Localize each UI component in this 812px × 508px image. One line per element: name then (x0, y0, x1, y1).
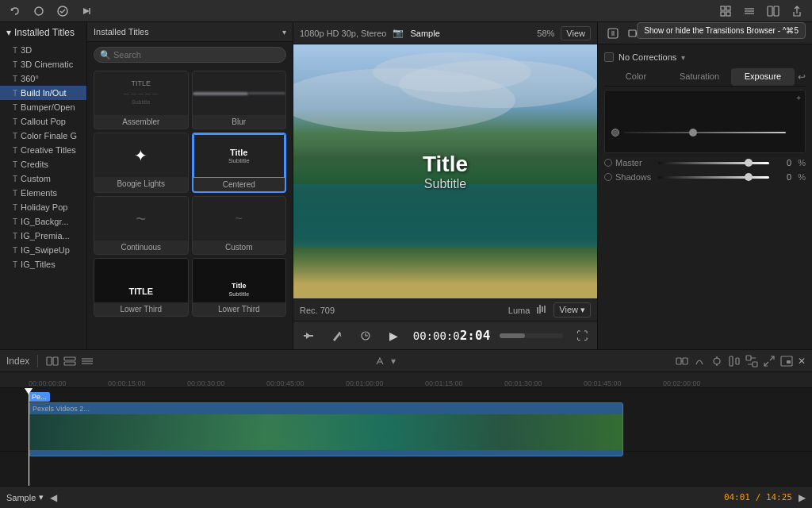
prev-button[interactable]: ◀ (50, 492, 57, 503)
color-reset-button[interactable]: ↩ (798, 68, 806, 86)
thumb-boogie-lights[interactable]: ✦ Boogie Lights (94, 133, 189, 193)
tab-saturation[interactable]: Saturation (668, 68, 731, 86)
thumb-blur[interactable]: Blur (192, 71, 287, 129)
share-button[interactable] (788, 2, 806, 20)
slider-handle-1[interactable] (689, 129, 697, 137)
thumb-lower-third-2[interactable]: TitleSubtitle Lower Third (192, 258, 287, 317)
timeline-clip-connections-button[interactable] (745, 355, 758, 368)
sidebar-item-creative-titles[interactable]: T Creative Titles (0, 143, 86, 157)
title-icon-ig-titles: T (13, 260, 17, 269)
playhead[interactable] (29, 388, 29, 486)
sidebar-item-3d-cinematic[interactable]: T 3D Cinematic (0, 57, 86, 71)
video-main-title: Title (423, 152, 468, 177)
sidebar-item-color-finale[interactable]: T Color Finale G (0, 129, 86, 143)
sidebar-item-holiday[interactable]: T Holiday Pop (0, 200, 86, 214)
sidebar-item-build-in-out[interactable]: T Build In/Out (0, 86, 86, 100)
waveform-button[interactable] (536, 303, 547, 317)
tab-exposure[interactable]: Exposure (731, 68, 795, 86)
assembler-preview-text: TITLE— — — — —Subtitle (124, 79, 158, 107)
play-button[interactable]: ▶ (385, 326, 404, 345)
view-button[interactable]: View (561, 26, 591, 40)
title-icon-credits: T (13, 160, 17, 169)
master-slider[interactable] (658, 162, 769, 164)
no-corrections-label: No Corrections (619, 52, 676, 62)
play-forward-button[interactable] (78, 2, 95, 20)
custom-tilde-icon: ~ (236, 212, 243, 226)
thumb-continuous[interactable]: ~ Continuous (94, 196, 189, 255)
fullscreen-button[interactable]: ⛶ (573, 326, 592, 345)
check-button[interactable] (54, 2, 71, 20)
sidebar-item-credits[interactable]: T Credits (0, 157, 86, 171)
timeline-snap-button[interactable] (676, 355, 688, 368)
timeline-expand-button[interactable] (763, 355, 776, 368)
thumb-centered[interactable]: Title Subtitle Centered (192, 133, 287, 193)
thumb-custom[interactable]: ~ Custom (192, 196, 287, 255)
sidebar-item-callout[interactable]: T Callout Pop (0, 114, 86, 129)
lower-third-2-label: Lower Third (193, 302, 286, 316)
title-icon-ig-backgr: T (13, 217, 17, 226)
timeline-view-options-button[interactable] (81, 355, 94, 368)
boogie-star-icon: ✦ (134, 146, 147, 165)
svg-rect-13 (539, 305, 541, 314)
tooltip-text: Show or hide the Transitions Browser - ^… (644, 26, 799, 35)
corrections-checkbox[interactable] (604, 52, 614, 62)
next-button[interactable]: ▶ (799, 492, 806, 503)
sidebar-item-bumper-label: Bumper/Open (21, 102, 75, 112)
split-view-button[interactable] (764, 2, 782, 20)
sidebar-item-build-in-out-label: Build In/Out (21, 88, 66, 98)
timeline-clip-view-button[interactable] (46, 355, 59, 368)
tab-color[interactable]: Color (604, 68, 668, 86)
duration-progress-bar (500, 333, 563, 338)
video-clip[interactable]: Pexels Videos 2... (29, 402, 623, 456)
master-pct: % (798, 158, 806, 167)
timeline-toolbar: Index ▾ (0, 350, 812, 372)
luma-label: Luma (508, 306, 530, 315)
sidebar-item-custom-label: Custom (21, 174, 51, 183)
sidebar-header: ▾ Installed Titles (0, 22, 86, 43)
assembler-label: Assembler (94, 115, 188, 129)
sidebar-item-elements[interactable]: T Elements (0, 186, 86, 200)
timecode-value: 00:00:0 (413, 329, 460, 342)
centered-label: Centered (193, 178, 285, 191)
sidebar-item-ig-backgr[interactable]: T IG_Backgr... (0, 214, 86, 229)
timeline-tool-selector[interactable] (373, 355, 386, 368)
shadows-pct: % (798, 172, 806, 182)
grid-view-button[interactable] (717, 2, 734, 20)
sidebar-item-3d[interactable]: T 3D (0, 43, 86, 57)
shadows-slider[interactable] (658, 176, 769, 179)
timeline-audio-skimming-button[interactable] (693, 355, 706, 368)
shadows-slider-handle[interactable] (745, 173, 753, 181)
sidebar-collapse-icon: ▾ (6, 27, 11, 38)
sidebar-item-custom[interactable]: T Custom (0, 171, 86, 186)
transport-tool-button[interactable] (299, 326, 318, 345)
svg-rect-59 (787, 360, 791, 364)
inspector-content-area: No Corrections ▾ Color Saturation Exposu… (598, 44, 812, 349)
index-button[interactable]: Index (6, 356, 29, 367)
sidebar-item-creative-label: Creative Titles (21, 145, 76, 155)
sidebar-item-360[interactable]: T 360° (0, 71, 86, 86)
sidebar-item-ig-premia[interactable]: T IG_Premia... (0, 229, 86, 243)
sample-dropdown[interactable]: Sample ▾ (6, 492, 44, 502)
sidebar-item-ig-titles[interactable]: T IG_Titles (0, 257, 86, 271)
timeline-skimming-button[interactable] (710, 355, 723, 368)
transport-speed-button[interactable] (356, 326, 375, 345)
timeline-pip-button[interactable] (780, 355, 793, 368)
inspector-info-button[interactable] (604, 25, 622, 42)
thumb-lower-third[interactable]: TITLE Lower Third (94, 258, 189, 317)
transport-razor-button[interactable] (327, 326, 347, 345)
view-mode-button[interactable]: View ▾ (553, 302, 591, 318)
search-input[interactable] (94, 47, 286, 63)
timeline-list-view-button[interactable] (63, 355, 76, 368)
list-view-button[interactable] (741, 2, 758, 20)
undo-button[interactable] (6, 2, 24, 20)
timeline: Index ▾ (0, 349, 812, 508)
thumb-assembler[interactable]: TITLE— — — — —Subtitle Assembler (94, 71, 189, 129)
master-slider-handle[interactable] (745, 159, 753, 167)
sidebar-item-bumper[interactable]: T Bumper/Open (0, 100, 86, 114)
timeline-audio-button[interactable] (728, 355, 741, 368)
redo-button[interactable] (30, 2, 48, 20)
ruler-mark-115: 00:01:15:00 (425, 372, 504, 387)
timeline-close-button[interactable]: ✕ (798, 356, 806, 367)
fog-layer-3 (373, 52, 531, 92)
sidebar-item-ig-swipeup[interactable]: T IG_SwipeUp (0, 243, 86, 257)
